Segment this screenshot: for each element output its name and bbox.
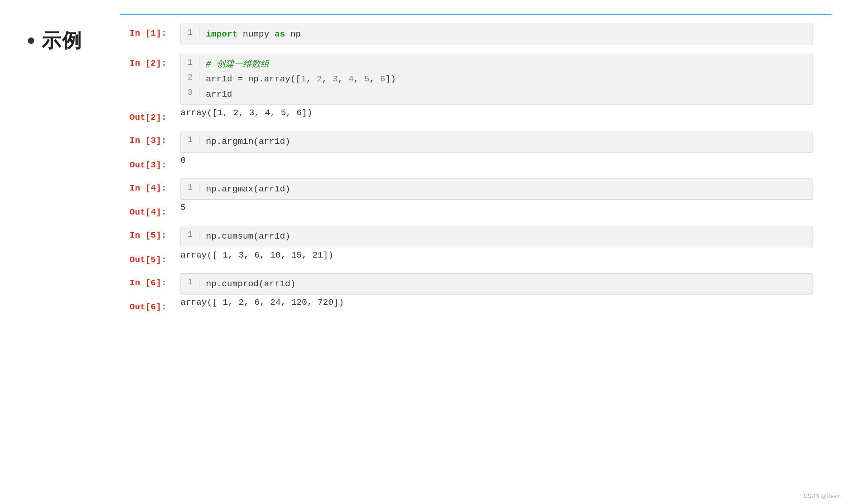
input-row-5: In [5]:1np.cumsum(arr1d)	[130, 226, 813, 247]
line-number: 1	[181, 230, 199, 239]
code-box-6[interactable]: 1np.cumprod(arr1d)	[180, 273, 813, 295]
watermark: CSDN @Devin	[804, 493, 841, 499]
cell-block-1: In [1]:1import numpy as np	[130, 24, 813, 45]
code-token: import	[206, 29, 237, 39]
sidebar: 示例	[19, 14, 120, 317]
code-token: 1	[301, 74, 306, 84]
code-text: np.argmax(arr1d)	[206, 183, 290, 196]
code-token: arr1d = np.array([	[206, 74, 301, 84]
code-token: 5	[364, 74, 369, 84]
code-box-3[interactable]: 1np.argmin(arr1d)	[180, 131, 813, 153]
line-number: 1	[181, 135, 199, 144]
output-value-4: 5	[180, 203, 186, 213]
code-token: 3	[333, 74, 338, 84]
in-label-2: In [2]:	[130, 54, 180, 68]
out-label-2: Out[2]:	[130, 108, 180, 123]
code-token: ])	[385, 74, 396, 84]
code-line-6-1: 1np.cumprod(arr1d)	[181, 277, 813, 292]
code-text: np.cumprod(arr1d)	[206, 277, 296, 291]
code-token: ,	[370, 74, 380, 84]
output-row-3: Out[3]:0	[130, 155, 813, 170]
code-line-1-1: 1import numpy as np	[181, 27, 813, 42]
input-row-1: In [1]:1import numpy as np	[130, 24, 813, 45]
code-line-4-1: 1np.argmax(arr1d)	[181, 182, 813, 197]
output-row-5: Out[5]:array([ 1, 3, 6, 10, 15, 21])	[130, 250, 813, 265]
cell-block-3: In [3]:1np.argmin(arr1d)Out[3]:0	[130, 131, 813, 170]
code-token: np.cumsum(arr1d)	[206, 231, 290, 241]
input-row-3: In [3]:1np.argmin(arr1d)	[130, 131, 813, 153]
code-line-2-2: 2arr1d = np.array([1, 2, 3, 4, 5, 6])	[181, 72, 813, 87]
line-number: 1	[181, 277, 199, 287]
output-value-3: 0	[180, 155, 186, 166]
code-box-4[interactable]: 1np.argmax(arr1d)	[180, 178, 813, 200]
code-token: 6	[380, 74, 385, 84]
line-number: 1	[181, 28, 199, 37]
code-box-1[interactable]: 1import numpy as np	[180, 24, 813, 45]
code-token: ,	[322, 74, 333, 84]
main-content: In [1]:1import numpy as npIn [2]:1# 创建一维…	[120, 14, 831, 317]
cell-block-2: In [2]:1# 创建一维数组2arr1d = np.array([1, 2,…	[130, 54, 813, 123]
in-label-6: In [6]:	[130, 273, 180, 288]
section-title: 示例	[42, 28, 82, 54]
code-token: ,	[306, 74, 317, 84]
code-box-2[interactable]: 1# 创建一维数组2arr1d = np.array([1, 2, 3, 4, …	[180, 54, 813, 105]
in-label-4: In [4]:	[130, 178, 180, 193]
in-label-3: In [3]:	[130, 131, 180, 146]
cell-block-6: In [6]:1np.cumprod(arr1d)Out[6]:array([ …	[130, 273, 813, 313]
out-label-4: Out[4]:	[130, 203, 180, 217]
cell-block-4: In [4]:1np.argmax(arr1d)Out[4]:5	[130, 178, 813, 218]
output-row-6: Out[6]:array([ 1, 2, 6, 24, 120, 720])	[130, 297, 813, 312]
line-number: 1	[181, 58, 199, 67]
line-number: 2	[181, 73, 199, 82]
input-row-2: In [2]:1# 创建一维数组2arr1d = np.array([1, 2,…	[130, 54, 813, 105]
code-token: ,	[338, 74, 348, 84]
in-label-1: In [1]:	[130, 24, 180, 38]
code-token: numpy	[237, 29, 274, 39]
code-token: np	[285, 29, 301, 39]
code-token: np.cumprod(arr1d)	[206, 279, 296, 289]
cell-block-5: In [5]:1np.cumsum(arr1d)Out[5]:array([ 1…	[130, 226, 813, 265]
page-container: 示例 In [1]:1import numpy as npIn [2]:1# 创…	[19, 9, 831, 317]
code-token: ,	[354, 74, 364, 84]
out-label-5: Out[5]:	[130, 250, 180, 265]
code-text: arr1d = np.array([1, 2, 3, 4, 5, 6])	[206, 73, 396, 86]
code-line-2-3: 3arr1d	[181, 87, 813, 102]
code-token: arr1d	[206, 89, 232, 99]
code-line-2-1: 1# 创建一维数组	[181, 57, 813, 72]
bullet-dot	[28, 37, 34, 44]
out-label-3: Out[3]:	[130, 155, 180, 170]
code-box-5[interactable]: 1np.cumsum(arr1d)	[180, 226, 813, 247]
code-text: import numpy as np	[206, 28, 301, 41]
line-number: 3	[181, 88, 199, 97]
output-value-2: array([1, 2, 3, 4, 5, 6])	[180, 108, 312, 118]
code-token: 2	[316, 74, 322, 84]
code-text: np.argmin(arr1d)	[206, 135, 290, 148]
code-token: np.argmin(arr1d)	[206, 136, 290, 147]
line-number: 1	[181, 183, 199, 192]
code-line-5-1: 1np.cumsum(arr1d)	[181, 229, 813, 244]
code-text: # 创建一维数组	[206, 58, 269, 71]
code-token: np.argmax(arr1d)	[206, 184, 290, 194]
output-value-5: array([ 1, 3, 6, 10, 15, 21])	[180, 250, 334, 260]
code-token: as	[274, 29, 285, 39]
output-row-2: Out[2]:array([1, 2, 3, 4, 5, 6])	[130, 108, 813, 123]
output-value-6: array([ 1, 2, 6, 24, 120, 720])	[180, 297, 344, 307]
output-row-4: Out[4]:5	[130, 203, 813, 217]
bullet-item: 示例	[28, 28, 120, 54]
code-token: 4	[348, 74, 354, 84]
code-text: np.cumsum(arr1d)	[206, 230, 290, 243]
code-line-3-1: 1np.argmin(arr1d)	[181, 134, 813, 149]
in-label-5: In [5]:	[130, 226, 180, 240]
out-label-6: Out[6]:	[130, 297, 180, 312]
input-row-6: In [6]:1np.cumprod(arr1d)	[130, 273, 813, 295]
code-token: # 创建一维数组	[206, 59, 269, 69]
code-text: arr1d	[206, 88, 232, 101]
input-row-4: In [4]:1np.argmax(arr1d)	[130, 178, 813, 200]
